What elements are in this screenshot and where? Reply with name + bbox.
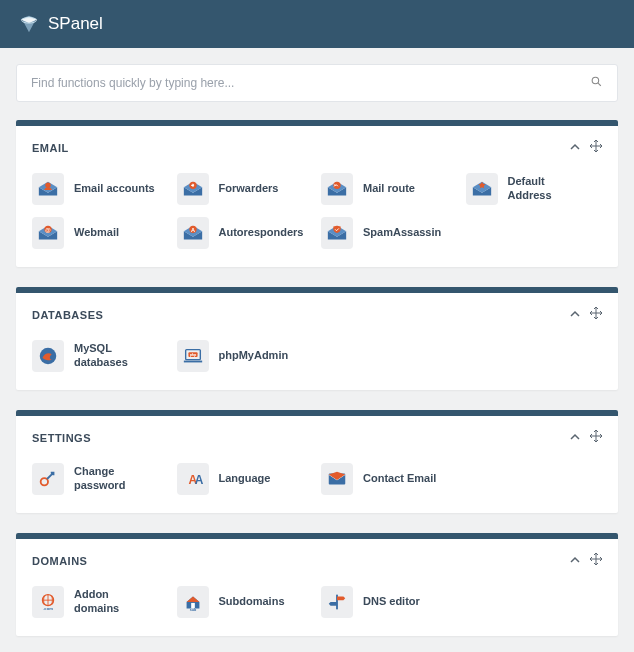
item-label: phpMyAdmin [219,349,289,363]
collapse-icon[interactable] [570,431,580,445]
envelope-a-icon: A [177,217,209,249]
svg-text:php: php [189,353,196,357]
db-dolphin-icon [32,340,64,372]
item-label: Language [219,472,271,486]
house-sub-icon: sub [177,586,209,618]
item-label: Contact Email [363,472,436,486]
item-change-password[interactable]: Change password [32,463,169,495]
panel-header: DATABASES [16,293,618,334]
svg-text:@: @ [45,227,51,233]
panel-databases: DATABASES MySQL databases php phpMyAdmin [16,287,618,390]
panel-header: EMAIL [16,126,618,167]
panel-header: SETTINGS [16,416,618,457]
item-language[interactable]: AA Language [177,463,314,495]
svg-point-1 [592,77,599,84]
envelope-star-icon [466,173,498,205]
move-icon[interactable] [590,430,602,445]
item-label: MySQL databases [74,342,156,370]
item-mysql-databases[interactable]: MySQL databases [32,340,169,372]
item-dns-editor[interactable]: DNS editor [321,586,458,618]
laptop-pma-icon: php [177,340,209,372]
panel-title: DATABASES [32,309,103,321]
item-label: Email accounts [74,182,155,196]
signpost-icon [321,586,353,618]
item-spamassassin[interactable]: SpamAssassin [321,217,458,249]
item-mail-route[interactable]: Mail route [321,173,458,205]
svg-text:sub: sub [189,608,196,612]
item-default-address[interactable]: Default Address [466,173,603,205]
envelope-person-icon [32,173,64,205]
panel-email: EMAIL Email accounts Forwarders Mail rou… [16,120,618,267]
collapse-icon[interactable] [570,141,580,155]
panel-title: DOMAINS [32,555,87,567]
search-input[interactable] [31,76,590,90]
search-icon [590,75,603,91]
item-phpmyadmin[interactable]: php phpMyAdmin [177,340,314,372]
app-header: SPanel [0,0,634,48]
envelope-arrow-icon [177,173,209,205]
item-subdomains[interactable]: sub Subdomains [177,586,314,618]
item-label: Mail route [363,182,415,196]
svg-line-2 [598,83,601,86]
envelope-plain-icon [321,463,353,495]
panel-title: SETTINGS [32,432,91,444]
item-label: Change password [74,465,156,493]
collapse-icon[interactable] [570,554,580,568]
item-label: Addon domains [74,588,156,616]
item-label: Forwarders [219,182,279,196]
svg-text:A: A [191,227,195,233]
item-email-accounts[interactable]: Email accounts [32,173,169,205]
content-area: EMAIL Email accounts Forwarders Mail rou… [0,48,634,652]
item-addon-domains[interactable]: .com Addon domains [32,586,169,618]
item-contact-email[interactable]: Contact Email [321,463,458,495]
globe-com-icon: .com [32,586,64,618]
item-label: SpamAssassin [363,226,441,240]
item-label: DNS editor [363,595,420,609]
panel-title: EMAIL [32,142,69,154]
collapse-icon[interactable] [570,308,580,322]
move-icon[interactable] [590,553,602,568]
svg-text:A: A [194,473,203,487]
envelope-shield-icon [321,217,353,249]
key-icon [32,463,64,495]
item-forwarders[interactable]: Forwarders [177,173,314,205]
panel-settings: SETTINGS Change password AA Language Con… [16,410,618,513]
move-icon[interactable] [590,307,602,322]
move-icon[interactable] [590,140,602,155]
item-label: Default Address [508,175,590,203]
item-label: Webmail [74,226,119,240]
search-bar[interactable] [16,64,618,102]
svg-point-15 [41,478,48,485]
item-label: Autoresponders [219,226,301,240]
item-autoresponders[interactable]: A Autoresponders [177,217,314,249]
brand-name: SPanel [48,14,103,34]
envelope-route-icon [321,173,353,205]
item-webmail[interactable]: @ Webmail [32,217,169,249]
panel-header: DOMAINS [16,539,618,580]
logo-icon [18,13,40,35]
envelope-at-icon: @ [32,217,64,249]
svg-text:.com: .com [43,606,53,611]
svg-rect-12 [183,361,201,363]
panel-domains: DOMAINS .com Addon domains sub Subdomain… [16,533,618,636]
letters-icon: AA [177,463,209,495]
item-label: Subdomains [219,595,285,609]
